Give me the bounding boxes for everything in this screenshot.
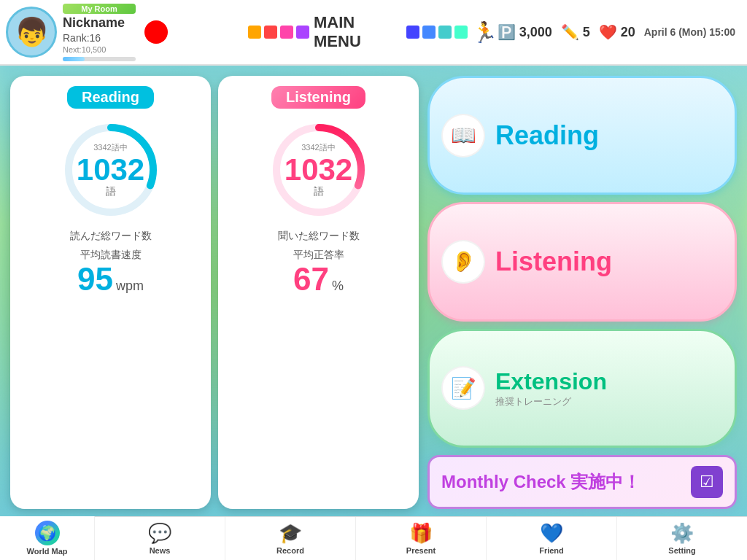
setting-button[interactable]: ⚙️ Setting <box>617 517 747 560</box>
reading-speed-unit: wpm <box>116 279 144 294</box>
listening-accuracy: 67 <box>293 262 329 297</box>
monthly-check-button[interactable]: Monthly Check 実施中！ ☑ <box>427 455 737 509</box>
tickets-stat: ✏️ 5 <box>561 23 590 41</box>
reading-circle: 3342語中 1032 語 <box>60 119 162 221</box>
news-button[interactable]: 💬 News <box>95 517 225 560</box>
listening-accuracy-unit: % <box>332 279 344 294</box>
header-right: 🅿️ 3,000 ✏️ 5 ❤️ 20 April 6 (Mon) 15:00 <box>498 23 747 41</box>
menu-panel: 📖 Reading 👂 Listening 📝 Extension 推奨トレーニ… <box>427 76 737 509</box>
reading-unit: 語 <box>77 185 144 198</box>
reading-speed: 95 <box>77 262 113 297</box>
points-stat: 🅿️ 3,000 <box>498 23 552 41</box>
dot-red <box>264 26 277 39</box>
myroom-area: My Room Nickname Rank:16 Next:10,500 <box>63 4 136 61</box>
listening-menu-icon: 👂 <box>441 240 485 284</box>
reading-circle-inner: 3342語中 1032 語 <box>77 142 144 198</box>
reading-menu-button[interactable]: 📖 Reading <box>427 76 737 195</box>
header: 👦 My Room Nickname Rank:16 Next:10,500 M… <box>0 0 747 66</box>
listening-menu-label: Listening <box>495 246 612 277</box>
header-center: MAIN MENU 🏃 <box>248 13 498 51</box>
listening-stat-label: 聞いた総ワード数 <box>278 230 360 243</box>
reading-card-title: Reading <box>67 86 154 109</box>
record-icon: 🎓 <box>279 522 302 545</box>
present-label: Present <box>406 546 436 555</box>
dot-orange <box>248 26 261 39</box>
news-icon: 💬 <box>148 522 171 545</box>
country-flag <box>144 20 168 44</box>
nickname: Nickname <box>63 15 136 31</box>
listening-unit: 語 <box>285 185 352 198</box>
rank: Rank:16 <box>63 32 136 44</box>
main-content: Reading 3342語中 1032 語 読んだ総ワード数 平均読書速度 95… <box>0 66 747 516</box>
reading-stat-label: 読んだ総ワード数 <box>70 230 152 243</box>
record-label: Record <box>276 546 304 555</box>
worldmap-label: World Map <box>26 547 67 556</box>
present-button[interactable]: 🎁 Present <box>356 517 487 560</box>
color-dots-right <box>406 26 468 39</box>
ticket-icon: ✏️ <box>561 23 579 41</box>
listening-card: Listening 3342語中 1032 語 <box>218 76 419 509</box>
monthly-check-icon: ☑ <box>691 466 723 498</box>
listening-sub-label: 平均正答率 <box>293 249 344 262</box>
reading-menu-icon: 📖 <box>441 114 485 158</box>
tickets-value: 5 <box>583 25 590 40</box>
worldmap-icon: 🌍 <box>35 521 60 545</box>
points-icon: 🅿️ <box>498 23 516 41</box>
listening-accuracy-row: 67 % <box>293 262 344 297</box>
bottom-right-items: 💬 News 🎓 Record 🎁 Present 💙 Friend ⚙️ Se… <box>95 517 747 560</box>
listening-card-title: Listening <box>271 86 365 109</box>
header-left: 👦 My Room Nickname Rank:16 Next:10,500 <box>0 4 248 61</box>
points-value: 3,000 <box>519 25 552 40</box>
friend-button[interactable]: 💙 Friend <box>487 517 617 560</box>
dot-purple <box>296 26 309 39</box>
hearts-value: 20 <box>621 25 635 40</box>
myroom-badge[interactable]: My Room <box>63 4 136 14</box>
friend-icon: 💙 <box>540 522 563 545</box>
runner-icon: 🏃 <box>472 20 498 44</box>
extension-menu-icon: 📝 <box>441 366 485 410</box>
present-icon: 🎁 <box>409 522 433 545</box>
extension-menu-button[interactable]: 📝 Extension 推奨トレーニング <box>427 329 737 448</box>
reading-sub-label: 平均読書速度 <box>80 249 142 262</box>
dot-teal <box>438 26 452 39</box>
stats-panel: Reading 3342語中 1032 語 読んだ総ワード数 平均読書速度 95… <box>10 76 419 509</box>
news-label: News <box>150 546 171 555</box>
friend-label: Friend <box>539 546 564 555</box>
reading-card: Reading 3342語中 1032 語 読んだ総ワード数 平均読書速度 95… <box>10 76 211 509</box>
xp-progress-bar <box>63 57 136 61</box>
listening-menu-button[interactable]: 👂 Listening <box>427 202 737 321</box>
bottom-bar: 🌍 World Map 💬 News 🎓 Record 🎁 Present 💙 … <box>0 516 747 560</box>
listening-count: 1032 <box>285 155 352 185</box>
reading-count: 1032 <box>77 155 144 185</box>
listening-total-label: 3342語中 <box>285 142 352 153</box>
dot-lightblue <box>422 26 436 39</box>
next-level: Next:10,500 <box>63 45 136 54</box>
dot-pink <box>280 26 293 39</box>
setting-icon: ⚙️ <box>670 522 694 545</box>
listening-circle-inner: 3342語中 1032 語 <box>285 142 352 198</box>
color-dots-left <box>248 26 309 39</box>
datetime: April 6 (Mon) 15:00 <box>644 26 735 38</box>
reading-speed-row: 95 wpm <box>77 262 144 297</box>
main-menu-title: MAIN MENU <box>314 13 402 51</box>
listening-circle: 3342語中 1032 語 <box>268 119 370 221</box>
heart-icon: ❤️ <box>599 23 617 41</box>
extension-sub-label: 推奨トレーニング <box>495 395 607 408</box>
hearts-stat: ❤️ 20 <box>599 23 635 41</box>
record-button[interactable]: 🎓 Record <box>225 517 356 560</box>
extension-menu-label: Extension <box>495 368 607 394</box>
reading-menu-label: Reading <box>495 120 599 151</box>
reading-total-label: 3342語中 <box>77 142 144 153</box>
monthly-check-label: Monthly Check 実施中！ <box>441 470 640 494</box>
dot-cyan <box>454 26 468 39</box>
extension-text-block: Extension 推奨トレーニング <box>495 368 607 408</box>
worldmap-button[interactable]: 🌍 World Map <box>0 516 95 560</box>
setting-label: Setting <box>668 546 695 555</box>
avatar-face: 👦 <box>15 16 49 48</box>
avatar[interactable]: 👦 <box>6 7 57 58</box>
xp-fill <box>63 57 85 61</box>
dot-blue <box>406 26 419 39</box>
